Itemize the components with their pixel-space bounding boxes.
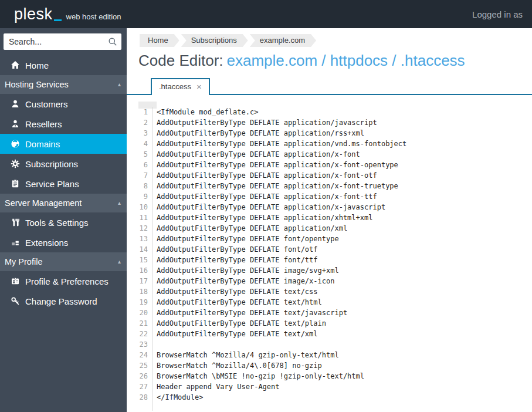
search-icon[interactable] — [108, 37, 117, 49]
code-text[interactable]: AddOutputFilterByType DEFLATE applicatio… — [153, 139, 406, 149]
code-text[interactable] — [153, 339, 157, 350]
breadcrumb-item-example-com[interactable]: example.com — [250, 34, 316, 47]
breadcrumb-item-subscriptions[interactable]: Subscriptions — [181, 34, 248, 47]
sidebar-item-profile-preferences[interactable]: Profile & Preferences — [0, 271, 127, 291]
gear-icon — [11, 159, 20, 168]
search-input[interactable] — [4, 33, 121, 50]
sidebar-item-service-plans[interactable]: Service Plans — [0, 174, 127, 194]
sidebar-item-customers[interactable]: Customers — [0, 94, 127, 114]
code-text[interactable]: AddOutputFilterByType DEFLATE applicatio… — [153, 202, 385, 212]
code-text[interactable]: AddOutputFilterByType DEFLATE text/html — [153, 297, 322, 308]
clipboard-icon — [11, 179, 20, 188]
sidebar-item-subscriptions[interactable]: Subscriptions — [0, 154, 127, 174]
sidebar-item-tools-settings[interactable]: Tools & Settings — [0, 212, 127, 232]
code-text[interactable]: AddOutputFilterByType DEFLATE applicatio… — [153, 191, 377, 202]
blocks-icon — [11, 238, 20, 247]
line-number: 12 — [138, 223, 153, 234]
tab-close-icon[interactable]: × — [196, 82, 202, 91]
reseller-icon — [11, 119, 20, 129]
code-line: 13AddOutputFilterByType DEFLATE font/ope… — [138, 234, 532, 244]
sidebar-section-hosting-services[interactable]: Hosting Services▴ — [0, 75, 127, 94]
code-text[interactable]: Header append Vary User-Agent — [153, 381, 280, 392]
sidebar-search — [0, 28, 127, 55]
code-text[interactable]: AddOutputFilterByType DEFLATE applicatio… — [153, 149, 360, 160]
code-text[interactable]: BrowserMatch ^Mozilla/4\.0[678] no-gzip — [153, 360, 322, 371]
code-line: 4AddOutputFilterByType DEFLATE applicati… — [138, 139, 532, 149]
tab-htaccess[interactable]: .htaccess × — [151, 78, 210, 95]
code-text[interactable]: AddOutputFilterByType DEFLATE text/css — [153, 286, 318, 297]
sidebar-item-home[interactable]: Home — [0, 55, 127, 75]
code-line: 16AddOutputFilterByType DEFLATE image/sv… — [138, 265, 532, 276]
code-line: 27Header append Vary User-Agent — [138, 381, 532, 392]
sidebar-item-extensions[interactable]: Extensions — [0, 232, 127, 252]
code-line: 19AddOutputFilterByType DEFLATE text/htm… — [138, 297, 532, 308]
section-label: My Profile — [5, 257, 42, 266]
sidebar-item-label: Profile & Preferences — [25, 276, 109, 286]
code-text[interactable]: AddOutputFilterByType DEFLATE applicatio… — [153, 117, 377, 128]
line-number: 6 — [138, 160, 153, 170]
sidebar-item-label: Extensions — [25, 238, 68, 248]
sidebar-item-change-password[interactable]: Change Password — [0, 291, 127, 311]
line-number: 9 — [138, 191, 153, 202]
line-number: 22 — [138, 329, 153, 339]
code-line: 18AddOutputFilterByType DEFLATE text/css — [138, 286, 532, 297]
code-text[interactable]: AddOutputFilterByType DEFLATE text/plain — [153, 318, 326, 329]
plesk-logo[interactable]: plesk web host edition — [14, 6, 121, 22]
line-number: 19 — [138, 297, 153, 308]
sidebar-item-label: Subscriptions — [25, 159, 78, 169]
code-text[interactable]: AddOutputFilterByType DEFLATE image/x-ic… — [153, 276, 334, 286]
code-text[interactable]: AddOutputFilterByType DEFLATE font/otf — [153, 244, 318, 255]
code-text[interactable]: AddOutputFilterByType DEFLATE applicatio… — [153, 128, 364, 139]
code-text[interactable]: AddOutputFilterByType DEFLATE applicatio… — [153, 160, 398, 170]
content-area: HomeSubscriptionsexample.com Code Editor… — [127, 28, 532, 412]
page-title-path[interactable]: example.com / httpdocs / .htaccess — [227, 52, 465, 69]
editor-tab-bar: .htaccess × — [127, 78, 532, 95]
code-line: 20AddOutputFilterByType DEFLATE text/jav… — [138, 308, 532, 318]
code-text[interactable]: <IfModule mod_deflate.c> — [153, 107, 258, 117]
code-text[interactable]: AddOutputFilterByType DEFLATE applicatio… — [153, 223, 347, 234]
code-editor[interactable]: 1<IfModule mod_deflate.c>2AddOutputFilte… — [138, 102, 532, 411]
sidebar-item-label: Change Password — [25, 296, 97, 306]
code-line: 8AddOutputFilterByType DEFLATE applicati… — [138, 181, 532, 191]
page-title-prefix: Code Editor: — [138, 52, 223, 69]
line-number: 23 — [138, 339, 153, 350]
code-text[interactable]: AddOutputFilterByType DEFLATE applicatio… — [153, 212, 372, 223]
line-number: 11 — [138, 212, 153, 223]
code-line: 9AddOutputFilterByType DEFLATE applicati… — [138, 191, 532, 202]
code-line: 15AddOutputFilterByType DEFLATE font/ttf — [138, 255, 532, 265]
sidebar-item-label: Tools & Settings — [25, 218, 89, 228]
code-line: 14AddOutputFilterByType DEFLATE font/otf — [138, 244, 532, 255]
line-number: 25 — [138, 360, 153, 371]
line-number: 28 — [138, 392, 153, 403]
code-text[interactable]: AddOutputFilterByType DEFLATE applicatio… — [153, 170, 377, 181]
code-line: 22AddOutputFilterByType DEFLATE text/xml — [138, 329, 532, 339]
code-text[interactable]: AddOutputFilterByType DEFLATE font/ttf — [153, 255, 318, 265]
breadcrumb-item-home[interactable]: Home — [140, 34, 179, 47]
main-layout: HomeHosting Services▴CustomersResellersD… — [0, 28, 532, 412]
sidebar-section-server-management[interactable]: Server Management▴ — [0, 194, 127, 212]
code-text[interactable]: AddOutputFilterByType DEFLATE image/svg+… — [153, 265, 339, 276]
sidebar-item-domains[interactable]: Domains — [0, 134, 127, 154]
code-text[interactable]: AddOutputFilterByType DEFLATE text/javas… — [153, 308, 347, 318]
code-text[interactable]: BrowserMatch ^Mozilla/4 gzip-only-text/h… — [153, 350, 339, 360]
topbar: plesk web host edition Logged in as — [0, 0, 532, 28]
sidebar-item-label: Customers — [25, 99, 68, 109]
code-text[interactable]: </IfModule> — [153, 392, 203, 403]
plesk-logo-text: plesk — [14, 6, 53, 22]
home-icon — [11, 60, 20, 70]
sidebar-section-my-profile[interactable]: My Profile▴ — [0, 252, 127, 271]
code-text[interactable]: BrowserMatch \bMSIE !no-gzip !gzip-only-… — [153, 371, 364, 381]
gutter-filler — [138, 403, 532, 411]
sidebar-nav: HomeHosting Services▴CustomersResellersD… — [0, 55, 127, 311]
code-line: 23 — [138, 339, 532, 350]
line-number: 10 — [138, 202, 153, 212]
code-text[interactable]: AddOutputFilterByType DEFLATE text/xml — [153, 329, 318, 339]
code-line: 5AddOutputFilterByType DEFLATE applicati… — [138, 149, 532, 160]
sidebar-item-resellers[interactable]: Resellers — [0, 114, 127, 134]
code-line: 21AddOutputFilterByType DEFLATE text/pla… — [138, 318, 532, 329]
logged-in-as-label: Logged in as — [472, 9, 524, 19]
line-number: 3 — [138, 128, 153, 139]
line-number: 26 — [138, 371, 153, 381]
code-text[interactable]: AddOutputFilterByType DEFLATE applicatio… — [153, 181, 398, 191]
code-text[interactable]: AddOutputFilterByType DEFLATE font/opent… — [153, 234, 339, 244]
